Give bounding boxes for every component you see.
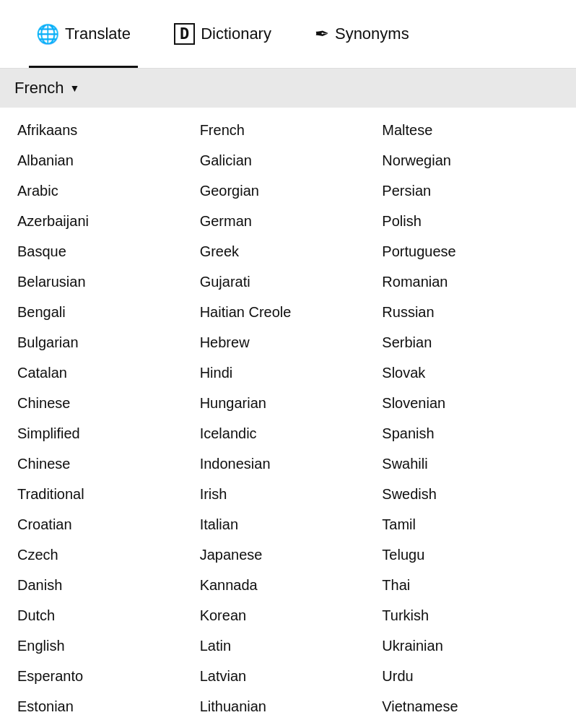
list-item[interactable]: Japanese	[197, 540, 380, 570]
list-item[interactable]: Swedish	[379, 479, 562, 509]
list-item[interactable]: Kannada	[197, 570, 380, 600]
list-item[interactable]: Welsh	[379, 722, 562, 728]
list-item[interactable]: Vietnamese	[379, 691, 562, 722]
list-item[interactable]: Icelandic	[197, 418, 380, 448]
list-item[interactable]: Filipino	[14, 722, 197, 728]
nav-translate-label: Translate	[65, 25, 131, 43]
list-item[interactable]: Norwegian	[379, 145, 562, 176]
list-item[interactable]: Catalan	[14, 358, 197, 388]
dropdown-label: French	[14, 79, 64, 98]
list-item[interactable]: Basque	[14, 236, 197, 266]
list-item[interactable]: Dutch	[14, 600, 197, 630]
dictionary-icon: D	[174, 23, 195, 45]
list-item[interactable]: Chinese	[14, 448, 197, 479]
list-item[interactable]: Haitian Creole	[197, 297, 380, 327]
list-item[interactable]: Spanish	[379, 418, 562, 448]
list-item[interactable]: Indonesian	[197, 448, 380, 479]
list-item[interactable]: Macedonian	[197, 722, 380, 728]
list-item[interactable]: Belarusian	[14, 266, 197, 297]
list-item[interactable]: Swahili	[379, 448, 562, 479]
list-item[interactable]: Bulgarian	[14, 327, 197, 358]
list-item[interactable]: English	[14, 630, 197, 661]
list-item[interactable]: Maltese	[379, 115, 562, 145]
list-item[interactable]: French	[197, 115, 380, 145]
list-item[interactable]: Russian	[379, 297, 562, 327]
list-item[interactable]: Afrikaans	[14, 115, 197, 145]
list-item[interactable]: Georgian	[197, 176, 380, 206]
dropdown-bar: French ▼	[0, 69, 576, 108]
list-item[interactable]: Hebrew	[197, 327, 380, 358]
list-item[interactable]: Estonian	[14, 691, 197, 722]
language-grid: AfrikaansFrenchMalteseAlbanianGalicianNo…	[14, 115, 562, 728]
list-item[interactable]: Greek	[197, 236, 380, 266]
list-item[interactable]: Danish	[14, 570, 197, 600]
list-item[interactable]: Portuguese	[379, 236, 562, 266]
list-item[interactable]: Telugu	[379, 540, 562, 570]
list-item[interactable]: Turkish	[379, 600, 562, 630]
list-item[interactable]: Albanian	[14, 145, 197, 176]
nav-synonyms-label: Synonyms	[335, 25, 409, 43]
synonyms-icon: ✒	[315, 25, 329, 43]
list-item[interactable]: Polish	[379, 206, 562, 236]
list-item[interactable]: Esperanto	[14, 661, 197, 691]
list-item[interactable]: Korean	[197, 600, 380, 630]
list-item[interactable]: Latvian	[197, 661, 380, 691]
list-item[interactable]: Azerbaijani	[14, 206, 197, 236]
list-item[interactable]: Italian	[197, 509, 380, 540]
list-item[interactable]: Hindi	[197, 358, 380, 388]
list-item[interactable]: Arabic	[14, 176, 197, 206]
list-item[interactable]: German	[197, 206, 380, 236]
list-item[interactable]: Bengali	[14, 297, 197, 327]
list-item[interactable]: Galician	[197, 145, 380, 176]
list-item[interactable]: Tamil	[379, 509, 562, 540]
language-list-container: AfrikaansFrenchMalteseAlbanianGalicianNo…	[0, 108, 576, 728]
list-item[interactable]: Romanian	[379, 266, 562, 297]
list-item[interactable]: Lithuanian	[197, 691, 380, 722]
nav-dictionary-label: Dictionary	[201, 25, 271, 43]
list-item[interactable]: Urdu	[379, 661, 562, 691]
translate-icon: 🌐	[36, 25, 59, 43]
list-item[interactable]: Serbian	[379, 327, 562, 358]
list-item[interactable]: Gujarati	[197, 266, 380, 297]
nav-bar: 🌐 Translate D Dictionary ✒ Synonyms	[0, 0, 576, 69]
list-item[interactable]: Chinese	[14, 388, 197, 418]
list-item[interactable]: Irish	[197, 479, 380, 509]
list-item[interactable]: Ukrainian	[379, 630, 562, 661]
nav-translate[interactable]: 🌐 Translate	[14, 0, 152, 68]
list-item[interactable]: Slovenian	[379, 388, 562, 418]
list-item[interactable]: Traditional	[14, 479, 197, 509]
list-item[interactable]: Latin	[197, 630, 380, 661]
list-item[interactable]: Czech	[14, 540, 197, 570]
list-item[interactable]: Thai	[379, 570, 562, 600]
list-item[interactable]: Croatian	[14, 509, 197, 540]
nav-synonyms[interactable]: ✒ Synonyms	[293, 0, 431, 68]
list-item[interactable]: Persian	[379, 176, 562, 206]
list-item[interactable]: Slovak	[379, 358, 562, 388]
list-item[interactable]: Hungarian	[197, 388, 380, 418]
dropdown-arrow-icon: ▼	[69, 82, 79, 94]
language-dropdown[interactable]: French ▼	[14, 79, 79, 98]
list-item[interactable]: Simplified	[14, 418, 197, 448]
nav-dictionary[interactable]: D Dictionary	[152, 0, 293, 68]
